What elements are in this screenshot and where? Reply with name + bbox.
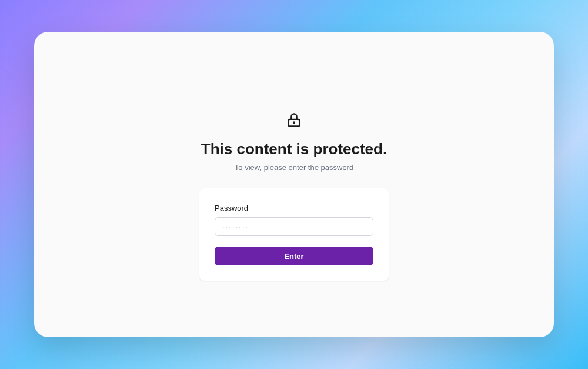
password-label: Password — [215, 204, 373, 212]
page-title: This content is protected. — [201, 140, 387, 158]
password-input[interactable] — [215, 217, 373, 236]
page-subtitle: To view, please enter the password — [235, 163, 353, 172]
lock-icon — [286, 112, 302, 131]
enter-button[interactable]: Enter — [215, 247, 373, 265]
protected-content-card: This content is protected. To view, plea… — [34, 32, 554, 337]
password-form: Password Enter — [199, 188, 389, 281]
